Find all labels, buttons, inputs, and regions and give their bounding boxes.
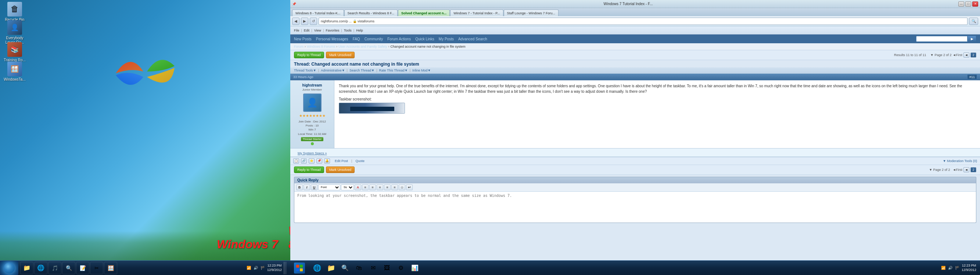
win8-tray-speaker-icon[interactable]: 🔊 [948,266,953,270]
my-system-specs-link[interactable]: My System Specs » [294,151,331,156]
taskbar-btn-media[interactable]: 🎵 [48,262,61,274]
menu-view[interactable]: View [314,28,321,32]
training-icon[interactable]: 📚 Training Ro... [2,42,27,62]
post-action-icon-5[interactable]: 🔔 [324,158,330,164]
win8-taskbar-explorer-icon[interactable]: 📁 [325,262,338,274]
forum-search-input[interactable] [916,36,967,42]
qr-align-right-button[interactable]: ≡ [377,185,383,190]
restore-button[interactable]: □ [965,2,971,6]
qr-underline-button[interactable]: U [311,185,318,190]
menu-edit[interactable]: Edit [304,28,310,32]
qr-align-left-button[interactable]: ≡ [362,185,369,190]
qr-color-button[interactable]: A [355,185,361,190]
thread-tools-menu[interactable]: Thread Tools▼ [294,69,317,72]
menu-help[interactable]: Help [356,28,363,32]
reply-to-thread-bottom-button[interactable]: Reply to Thread [294,166,324,173]
qr-italic-button[interactable]: I [304,185,310,190]
win8-taskbar-mail-icon[interactable]: ✉ [366,262,380,274]
forum-link-new-posts[interactable]: New Posts [294,37,312,41]
qr-list-ul-button[interactable]: ≡ [391,185,398,190]
search-go-button[interactable]: 🔍 [969,17,978,25]
refresh-button[interactable]: ↺ [310,17,317,25]
forward-button[interactable]: ▶ [301,17,308,25]
qr-bold-button[interactable]: B [296,185,303,190]
eve-icon[interactable]: 👤 Everybody Loves Ra... [2,20,27,45]
forum-link-forum-actions[interactable]: Forum Actions [387,37,411,41]
close-button[interactable]: ✕ [972,2,978,6]
win8-taskbar-photos-icon[interactable]: 🖼 [380,262,393,274]
browser-tab-1[interactable]: Windows 8 - Tutorial Index-K... [292,9,344,16]
tray-flag-icon[interactable]: 🏴 [260,266,265,270]
recycle-bin-icon[interactable]: 🗑 Recycle Bin [2,2,27,22]
mark-unsolved-bottom-button[interactable]: Mark Unsolved [326,166,355,173]
qr-list-ol-button[interactable]: ≡ [384,185,391,190]
win8-tray-flag-icon[interactable]: 🏴 [955,266,960,270]
win8-tray-network-icon[interactable]: 📶 [941,266,946,270]
qr-undo-button[interactable]: ↩ [406,185,413,190]
post-action-icon-1[interactable]: 📋 [293,158,299,164]
win8-taskbar-settings-icon[interactable]: ⚙ [394,262,407,274]
forum-search-button[interactable]: ▶ [967,36,976,42]
forum-link-personal-messages[interactable]: Personal Messages [316,37,348,41]
address-bar[interactable]: nightforums.com/p ... 🔒 vistaforums [318,17,967,25]
page-2-button[interactable]: 2 [970,52,976,58]
administrative-menu[interactable]: Administrative▼ [321,69,345,72]
minimize-button[interactable]: — [958,2,964,6]
menu-favorites[interactable]: Favorites [326,28,339,32]
browser-tab-5[interactable]: Staff Lounge - Windows 7 Foru... [504,9,558,16]
qr-size-select[interactable]: Size [341,185,354,190]
win8-taskbar-ie-icon[interactable]: 🌐 [310,262,324,274]
reply-to-thread-button[interactable]: Reply to Thread [294,52,324,58]
post-action-icon-2[interactable]: 🔗 [301,158,307,164]
forum-link-quick-links[interactable]: Quick Links [415,37,434,41]
menu-file[interactable]: File [294,28,299,32]
win8-taskbar-store-icon[interactable]: 🛍 [352,262,366,274]
win8-start-button[interactable] [290,261,309,275]
browser-tab-2[interactable]: Search Results - Windows 8 F... [344,9,398,16]
bottom-prev-page-button[interactable]: ◄ [964,167,969,172]
quote-link[interactable]: Quote [355,159,364,163]
breadcrumb-forum[interactable]: Forum [294,45,304,48]
browser-tab-4[interactable]: Windows 7 - Tutorial Index - P... [450,9,503,16]
forum-link-my-posts[interactable]: My Posts [439,37,454,41]
win8-taskbar-office-icon[interactable]: 📊 [408,262,422,274]
inline-mod-menu[interactable]: Inline Mod▼ [412,69,431,72]
post-action-icon-4[interactable]: 📌 [317,158,322,164]
bottom-page-2-button[interactable]: 2 [970,167,976,172]
taskbar-btn-win[interactable]: 🪟 [104,262,117,274]
forum-content: New Posts Personal Messages FAQ Communit… [290,35,980,260]
quick-reply-textarea[interactable] [294,192,976,221]
breadcrumb-user-accounts[interactable]: User Accounts and Family Safety [339,45,387,48]
tray-network-icon[interactable]: 📶 [246,266,251,270]
qr-align-center-button[interactable]: ≡ [369,185,376,190]
back-button[interactable]: ◀ [292,17,299,25]
taskbar-btn-search[interactable]: 🔍 [62,262,75,274]
prev-page-button[interactable]: ◄ [964,52,969,58]
post-action-icon-3[interactable]: ⭐ [309,158,315,164]
mark-unsolved-button[interactable]: Mark Unsolved [326,52,355,58]
breadcrumb-win8-forums[interactable]: Windows 8 Forums [307,45,335,48]
forum-link-faq[interactable]: FAQ [353,37,360,41]
menu-tools[interactable]: Tools [344,28,352,32]
browser-tab-3[interactable]: Solved Changed account n... [398,9,450,16]
taskbar-btn-explorer[interactable]: 📁 [20,262,33,274]
edit-post-link[interactable]: Edit Post [335,159,348,163]
rate-thread-menu[interactable]: Rate This Thread▼ [379,69,408,72]
moderation-tools-link[interactable]: ▼ Moderation Tools (0) [943,159,977,163]
win8-clock[interactable]: 12:23 PM 12/9/2012 [962,264,976,272]
win7-clock[interactable]: 12:23 PM 12/9/2012 [267,264,282,272]
taskbar-btn-ie[interactable]: 🌐 [34,262,48,274]
windowsta-icon[interactable]: 🪟 WindowsTa... [2,62,27,82]
win8-taskbar-search-icon[interactable]: 🔍 [339,262,352,274]
taskbar-btn-snip[interactable]: ✂ [90,262,103,274]
qr-font-select[interactable]: Font [318,185,340,190]
win7-start-button[interactable] [0,261,18,275]
tray-speaker-icon[interactable]: 🔊 [253,266,258,270]
show-desktop-btn[interactable] [284,262,286,274]
forum-link-advanced-search[interactable]: Advanced Search [458,37,487,41]
forum-link-community[interactable]: Community [364,37,383,41]
user-rep-stars: ★★★★★★★★ [299,114,326,118]
taskbar-btn-note[interactable]: 📝 [76,262,89,274]
search-thread-menu[interactable]: Search Thread▼ [350,69,374,72]
qr-emoji-button[interactable]: ☺ [399,185,405,190]
